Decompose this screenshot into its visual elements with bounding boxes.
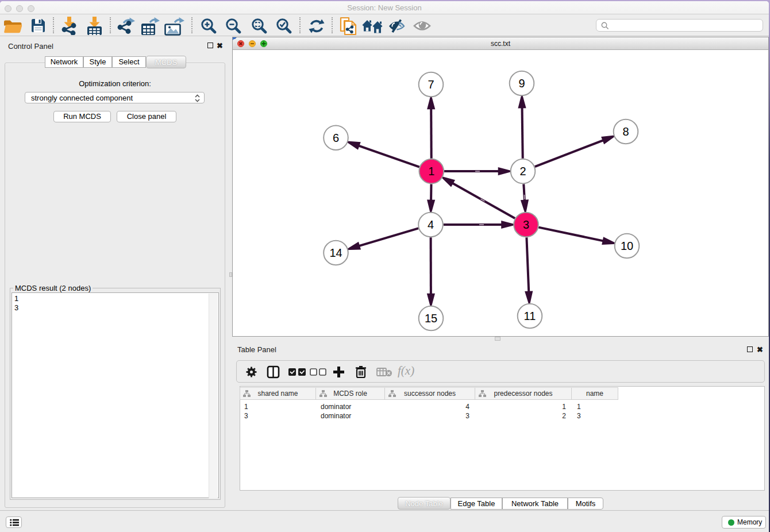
svg-text:7: 7	[428, 78, 434, 91]
svg-text:8: 8	[622, 125, 629, 138]
svg-text:2: 2	[519, 165, 526, 178]
svg-text:15: 15	[425, 312, 437, 325]
svg-text:11: 11	[524, 310, 536, 322]
svg-text:3: 3	[523, 218, 529, 231]
svg-text:9: 9	[518, 77, 525, 90]
svg-text:6: 6	[333, 132, 339, 144]
svg-text:1: 1	[428, 165, 434, 178]
svg-text:14: 14	[329, 246, 342, 259]
svg-text:4: 4	[428, 218, 434, 231]
svg-text:10: 10	[621, 240, 633, 252]
